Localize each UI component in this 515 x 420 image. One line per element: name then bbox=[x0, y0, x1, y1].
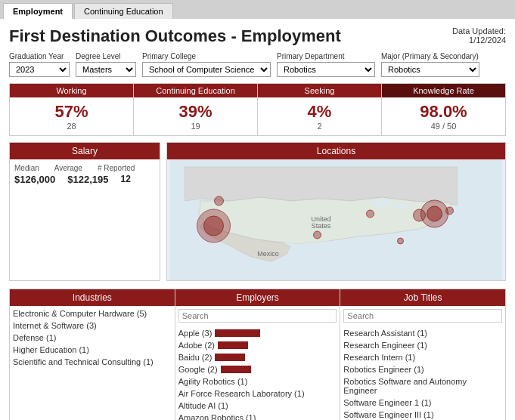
employer-item-0: Apple (3) bbox=[178, 329, 213, 338]
data-updated: Data Updated: 1/12/2024 bbox=[452, 26, 506, 45]
page-title: First Destination Outcomes - Employment bbox=[9, 26, 341, 46]
list-item: Higher Education (1) bbox=[13, 344, 172, 356]
employers-list: Apple (3) Adobe (2) Baidu (2) Google (2)… bbox=[175, 326, 340, 420]
list-item: Research Assistant (1) bbox=[343, 327, 502, 339]
employer-bar-1 bbox=[218, 341, 248, 349]
stat-knowledge-value: 98.0% bbox=[385, 102, 502, 122]
stat-seeking: Seeking 4% 2 bbox=[258, 84, 382, 135]
svg-point-1 bbox=[371, 199, 393, 207]
map-svg: United States Mexico bbox=[167, 159, 505, 280]
filter-primary-department-select[interactable]: Robotics bbox=[277, 62, 375, 77]
employers-search-input[interactable] bbox=[178, 309, 337, 323]
salary-median-value: $126,000 bbox=[14, 174, 55, 185]
job-titles-search-input[interactable] bbox=[343, 309, 502, 323]
stat-working-header: Working bbox=[10, 84, 133, 97]
stat-knowledge-rate: Knowledge Rate 98.0% 49 / 50 bbox=[382, 84, 505, 135]
job-titles-col: Job Titles Research Assistant (1) Resear… bbox=[340, 289, 505, 420]
tab-bar: Employment Continuing Education bbox=[0, 0, 515, 19]
filter-primary-college: Primary College School of Computer Scien… bbox=[142, 52, 271, 77]
list-item: Software Engineer 1 (1) bbox=[343, 397, 502, 409]
stat-seeking-sub: 2 bbox=[261, 122, 378, 131]
salary-average-label: Average bbox=[54, 164, 82, 172]
filter-primary-department: Primary Department Robotics bbox=[277, 52, 375, 77]
tab-continuing-education[interactable]: Continuing Education bbox=[74, 3, 173, 19]
tab-employment[interactable]: Employment bbox=[3, 3, 73, 19]
list-item: Adobe (2) bbox=[178, 339, 337, 351]
filter-degree-level: Degree Level Masters bbox=[76, 52, 136, 77]
svg-text:Mexico: Mexico bbox=[257, 250, 279, 258]
stat-working-value: 57% bbox=[13, 102, 130, 122]
svg-point-11 bbox=[446, 207, 454, 215]
job-title-item-3: Robotics Engineer (1) bbox=[343, 365, 423, 374]
salary-content: Median Average # Reported $126,000 $122,… bbox=[10, 159, 160, 190]
filter-degree-level-select[interactable]: Masters bbox=[76, 62, 136, 77]
svg-text:States: States bbox=[312, 222, 331, 230]
list-item: Air Force Research Laboratory (1) bbox=[178, 388, 337, 400]
job-title-item-6: Software Engineer III (1) bbox=[343, 410, 433, 419]
svg-point-5 bbox=[414, 209, 426, 221]
header-row: First Destination Outcomes - Employment … bbox=[9, 26, 506, 46]
list-item: Amazon Robotics (1) bbox=[178, 412, 337, 420]
industry-item-4: Scientific and Technical Consulting (1) bbox=[13, 357, 154, 366]
filter-major-select[interactable]: Robotics bbox=[381, 62, 479, 77]
job-title-item-1: Research Engineer (1) bbox=[343, 341, 427, 350]
employer-bar-2 bbox=[215, 354, 245, 361]
map-area: United States Mexico © 2024 Mapbox © Ope… bbox=[167, 159, 505, 280]
employer-bar-0 bbox=[215, 329, 260, 337]
employer-item-6: Altitude AI (1) bbox=[178, 401, 228, 410]
filter-primary-college-select[interactable]: School of Computer Science bbox=[142, 62, 271, 77]
job-title-item-0: Research Assistant (1) bbox=[343, 329, 427, 338]
filter-graduation-year: Graduation Year 2023 bbox=[9, 52, 70, 77]
list-item: Research Engineer (1) bbox=[343, 339, 502, 351]
list-item: Software Engineer III (1) bbox=[343, 409, 502, 420]
list-item: Robotics Engineer (1) bbox=[343, 363, 502, 375]
list-item: Altitude AI (1) bbox=[178, 400, 337, 412]
industry-item-3: Higher Education (1) bbox=[13, 345, 89, 354]
list-item: Agility Robotics (1) bbox=[178, 375, 337, 388]
svg-point-4 bbox=[427, 206, 442, 221]
job-title-item-4: Robotics Software and Autonomy Engineer bbox=[343, 377, 502, 395]
list-item: Research Intern (1) bbox=[343, 351, 502, 363]
stat-seeking-value: 4% bbox=[261, 102, 378, 122]
salary-reported-value: 12 bbox=[120, 174, 130, 185]
stats-row: Working 57% 28 Continuing Education 39% … bbox=[9, 83, 506, 136]
industries-header: Industries bbox=[10, 289, 175, 306]
industry-item-2: Defense (1) bbox=[13, 333, 56, 342]
svg-point-7 bbox=[204, 216, 224, 236]
industries-list: Electronic & Computer Hardware (5) Inter… bbox=[10, 306, 175, 369]
salary-box: Salary Median Average # Reported $126,00… bbox=[9, 142, 160, 281]
filters-row: Graduation Year 2023 Degree Level Master… bbox=[9, 52, 506, 77]
salary-labels: Median Average # Reported bbox=[14, 164, 155, 172]
svg-point-12 bbox=[398, 238, 404, 244]
locations-header: Locations bbox=[167, 143, 505, 159]
salary-average-value: $122,195 bbox=[67, 174, 108, 185]
data-updated-label: Data Updated: bbox=[452, 26, 506, 36]
stat-knowledge-sub: 49 / 50 bbox=[385, 122, 502, 131]
filter-primary-department-label: Primary Department bbox=[277, 52, 375, 60]
stat-seeking-header: Seeking bbox=[258, 84, 381, 97]
job-title-item-2: Research Intern (1) bbox=[343, 353, 415, 362]
filter-major: Major (Primary & Secondary) Robotics bbox=[381, 52, 479, 77]
stat-continuing-education: Continuing Education 39% 19 bbox=[134, 84, 258, 135]
filter-primary-college-label: Primary College bbox=[142, 52, 271, 60]
job-titles-list: Research Assistant (1) Research Engineer… bbox=[340, 326, 505, 420]
employer-item-4: Agility Robotics (1) bbox=[178, 377, 248, 386]
data-updated-date: 1/12/2024 bbox=[469, 36, 506, 45]
list-item: Baidu (2) bbox=[178, 351, 337, 363]
stat-knowledge-header: Knowledge Rate bbox=[382, 84, 505, 97]
stat-continuing-header: Continuing Education bbox=[134, 84, 257, 97]
salary-header: Salary bbox=[10, 143, 160, 159]
svg-point-8 bbox=[215, 196, 224, 205]
salary-reported-label: # Reported bbox=[98, 164, 135, 172]
filter-degree-level-label: Degree Level bbox=[76, 52, 136, 60]
stat-working: Working 57% 28 bbox=[10, 84, 134, 135]
salary-values: $126,000 $122,195 12 bbox=[14, 174, 155, 185]
employer-item-1: Adobe (2) bbox=[178, 341, 215, 350]
employer-item-3: Google (2) bbox=[178, 365, 218, 374]
employer-item-7: Amazon Robotics (1) bbox=[178, 413, 256, 420]
industry-item-0: Electronic & Computer Hardware (5) bbox=[13, 309, 147, 318]
stat-continuing-sub: 19 bbox=[137, 122, 254, 131]
stat-continuing-value: 39% bbox=[137, 102, 254, 122]
filter-graduation-year-select[interactable]: 2023 bbox=[9, 62, 70, 77]
list-item: Robotics Software and Autonomy Engineer bbox=[343, 375, 502, 397]
